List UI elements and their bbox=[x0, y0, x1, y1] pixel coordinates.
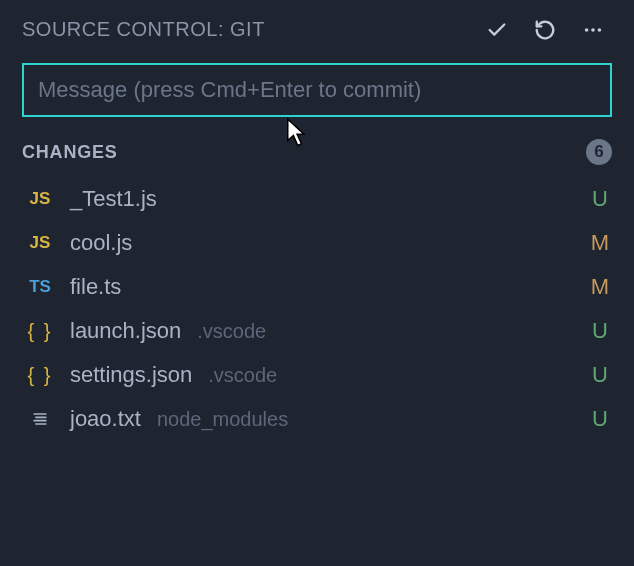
text-file-icon bbox=[22, 409, 58, 429]
file-path: .vscode bbox=[197, 320, 266, 343]
file-status-badge: M bbox=[588, 274, 612, 300]
file-status-badge: U bbox=[588, 318, 612, 344]
js-file-icon: JS bbox=[22, 189, 58, 209]
file-name: launch.json bbox=[70, 318, 181, 344]
file-name: settings.json bbox=[70, 362, 192, 388]
file-status-badge: U bbox=[588, 362, 612, 388]
panel-title: SOURCE CONTROL: GIT bbox=[22, 18, 265, 41]
json-file-icon: { } bbox=[22, 364, 58, 387]
file-row[interactable]: JS_Test1.jsU bbox=[22, 177, 612, 221]
file-row[interactable]: TSfile.tsM bbox=[22, 265, 612, 309]
svg-point-1 bbox=[591, 28, 595, 32]
ts-file-icon: TS bbox=[22, 277, 58, 297]
refresh-icon[interactable] bbox=[534, 19, 556, 41]
source-control-panel: SOURCE CONTROL: GIT bbox=[0, 0, 634, 459]
panel-actions bbox=[486, 19, 612, 41]
changes-file-list: JS_Test1.jsUJScool.jsMTSfile.tsM{ }launc… bbox=[22, 177, 612, 441]
more-actions-icon[interactable] bbox=[582, 19, 604, 41]
file-name: file.ts bbox=[70, 274, 121, 300]
commit-message-input[interactable] bbox=[22, 63, 612, 117]
file-status-badge: U bbox=[588, 406, 612, 432]
changes-section-header[interactable]: CHANGES 6 bbox=[22, 139, 612, 165]
file-row[interactable]: { }settings.json.vscodeU bbox=[22, 353, 612, 397]
panel-header: SOURCE CONTROL: GIT bbox=[22, 18, 612, 41]
file-name: _Test1.js bbox=[70, 186, 157, 212]
svg-point-2 bbox=[598, 28, 602, 32]
file-row[interactable]: JScool.jsM bbox=[22, 221, 612, 265]
file-name: joao.txt bbox=[70, 406, 141, 432]
svg-point-0 bbox=[585, 28, 589, 32]
file-row[interactable]: joao.txtnode_modulesU bbox=[22, 397, 612, 441]
js-file-icon: JS bbox=[22, 233, 58, 253]
file-status-badge: U bbox=[588, 186, 612, 212]
json-file-icon: { } bbox=[22, 320, 58, 343]
file-path: .vscode bbox=[208, 364, 277, 387]
file-path: node_modules bbox=[157, 408, 288, 431]
file-row[interactable]: { }launch.json.vscodeU bbox=[22, 309, 612, 353]
commit-icon[interactable] bbox=[486, 19, 508, 41]
file-status-badge: M bbox=[588, 230, 612, 256]
changes-count-badge: 6 bbox=[586, 139, 612, 165]
changes-title: CHANGES bbox=[22, 142, 118, 163]
file-name: cool.js bbox=[70, 230, 132, 256]
